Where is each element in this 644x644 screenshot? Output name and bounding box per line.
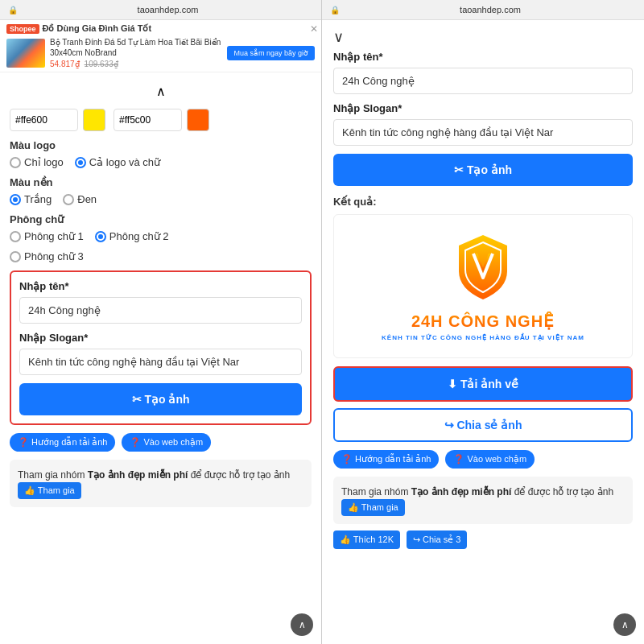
lock-icon: 🔒 (8, 6, 18, 14)
right-lock-icon: 🔒 (330, 6, 340, 14)
font-options-group: Phông chữ 1 Phông chữ 2 (10, 230, 312, 242)
ket-qua-label: Kết quả: (333, 196, 633, 208)
font2-label: Phông chữ 2 (109, 230, 169, 242)
logo-sub-text: KÊNH TIN TỨC CÔNG NGHỆ HÀNG ĐẦU TẠI VIỆT… (382, 334, 584, 341)
font3-option[interactable]: Phông chữ 3 (10, 250, 84, 262)
ad-title: Đồ Dùng Gia Đình Giá Tốt (43, 23, 152, 34)
chi-logo-label: Chỉ logo (24, 156, 64, 168)
nhap-ten-label: Nhập tên* (19, 280, 302, 292)
chi-logo-option[interactable]: Chỉ logo (10, 156, 64, 168)
help-buttons: ❓ Hướng dẫn tải ảnh ❓ Vào web chậm (10, 433, 312, 452)
community-text: Tham gia nhóm (18, 469, 88, 481)
color2-group: #ff5c00 (114, 109, 209, 131)
right-slogan-input[interactable]: Kênh tin tức công nghệ hàng đầu tại Việt… (333, 119, 633, 146)
right-nhap-ten-label: Nhập tên* (333, 51, 633, 63)
vao-web-button[interactable]: ❓ Vào web chậm (122, 433, 211, 452)
color1-input[interactable]: #ffe600 (10, 109, 78, 131)
ad-product-info: Bộ Tranh Đính Đá 5d Tự Làm Hoa Tiết Bãi … (50, 37, 222, 68)
ad-price-current: 54.817₫ (50, 60, 80, 68)
ten-input[interactable]: 24h Công nghệ (19, 297, 302, 324)
right-community-highlight: Tạo ảnh đẹp miễn phí (411, 486, 512, 497)
ca-logo-va-chu-radio[interactable] (75, 157, 86, 168)
slogan-input[interactable]: Kênh tin tức công nghệ hàng đầu tại Việt… (19, 349, 302, 375)
ad-product-image (6, 39, 45, 68)
right-help-buttons: ❓ Hướng dẫn tải ảnh ❓ Vào web chậm (333, 450, 633, 469)
color1-swatch[interactable] (83, 109, 105, 131)
font2-radio[interactable] (95, 231, 106, 242)
mau-logo-label: Màu logo (10, 139, 312, 151)
collapse-button[interactable]: ∧ (10, 80, 312, 102)
right-nhap-slogan-label: Nhập Slogan* (333, 102, 633, 114)
ad-product-name: Bộ Tranh Đính Đá 5d Tự Làm Hoa Tiết Bãi … (50, 37, 222, 58)
font2-option[interactable]: Phông chữ 2 (95, 230, 169, 242)
trang-option[interactable]: Trắng (10, 193, 52, 205)
ad-close-button[interactable]: ✕ (310, 23, 318, 35)
scroll-up-button[interactable]: ∧ (291, 613, 313, 636)
right-scroll-up-button[interactable]: ∧ (613, 613, 636, 636)
mau-nen-label: Màu nền (10, 176, 312, 188)
right-tao-anh-button[interactable]: ✂ Tạo ảnh (333, 154, 633, 186)
color2-input[interactable]: #ff5c00 (114, 109, 182, 131)
shopee-logo: Shopee (6, 24, 39, 34)
right-browser-url: taoanhdep.com (345, 5, 636, 14)
right-community-text: Tham gia nhóm (341, 486, 411, 497)
fb-join-button[interactable]: 👍 Tham gia (18, 482, 81, 499)
ca-logo-va-chu-option[interactable]: Cả logo và chữ (75, 156, 160, 168)
right-phone-panel: 🔒 taoanhdep.com ∨ Nhập tên* 24h Công ngh… (322, 0, 644, 644)
ad-price-old: 109.633₫ (85, 60, 118, 68)
logo-shield-svg (451, 231, 515, 303)
color2-swatch[interactable] (187, 109, 209, 131)
huong-dan-button[interactable]: ❓ Hướng dẫn tải ảnh (10, 433, 115, 452)
font1-radio[interactable] (10, 231, 21, 242)
font1-label: Phông chữ 1 (24, 230, 84, 242)
stats-row: 👍 Thích 12K ↪ Chia sẻ 3 (333, 530, 633, 549)
left-browser-bar: 🔒 taoanhdep.com (0, 0, 321, 20)
logo-options-group: Chỉ logo Cả logo và chữ (10, 156, 312, 168)
trang-radio[interactable] (10, 194, 21, 205)
community-highlight: Tạo ảnh đẹp miễn phí (88, 469, 188, 481)
right-panel-content: ∨ Nhập tên* 24h Công nghệ Nhập Slogan* K… (322, 20, 644, 644)
chevron-up-icon: ∧ (156, 84, 166, 99)
font1-option[interactable]: Phông chữ 1 (10, 230, 84, 242)
right-huong-dan-button[interactable]: ❓ Hướng dẫn tải ảnh (333, 450, 439, 469)
chia-se-button[interactable]: ↪ Chia sẻ ảnh (333, 408, 633, 442)
right-community-text2: để được hỗ trợ tạo ảnh (511, 486, 613, 497)
left-panel-content: ∧ #ffe600 #ff5c00 Màu logo Chỉ logo Cả l… (0, 72, 321, 644)
share-count-button[interactable]: ↪ Chia sẻ 3 (407, 530, 467, 549)
like-button[interactable]: 👍 Thích 12K (333, 530, 400, 549)
ad-buy-button[interactable]: Mua sắm ngay bây giờ (227, 46, 315, 60)
community-text2: để được hỗ trợ tạo ảnh (188, 469, 290, 481)
right-community-section: Tham gia nhóm Tạo ảnh đẹp miễn phí để đư… (333, 477, 633, 524)
tai-anh-button[interactable]: ⬇ Tải ảnh về (333, 366, 633, 402)
den-label: Đen (77, 193, 97, 205)
ca-logo-va-chu-label: Cả logo và chữ (89, 156, 160, 168)
font-options-group2: Phông chữ 3 (10, 250, 312, 262)
den-option[interactable]: Đen (63, 193, 97, 205)
font3-label: Phông chữ 3 (24, 250, 84, 262)
right-browser-bar: 🔒 taoanhdep.com (322, 0, 644, 20)
logo-preview: 24H CÔNG NGHỆ KÊNH TIN TỨC CÔNG NGHỆ HÀN… (333, 214, 633, 358)
tao-anh-button[interactable]: ✂ Tạo ảnh (19, 383, 302, 415)
nav-up-button[interactable]: ∨ (333, 28, 633, 46)
nhap-slogan-label: Nhập Slogan* (19, 332, 302, 344)
den-radio[interactable] (63, 194, 74, 205)
trang-label: Trắng (24, 193, 52, 205)
logo-main-text: 24H CÔNG NGHỆ (411, 312, 555, 331)
community-section: Tham gia nhóm Tạo ảnh đẹp miễn phí để đư… (10, 460, 312, 507)
ad-banner: Shopee Đồ Dùng Gia Đình Giá Tốt ✕ Bộ Tra… (0, 20, 321, 72)
left-phone-panel: 🔒 taoanhdep.com Shopee Đồ Dùng Gia Đình … (0, 0, 322, 644)
nen-options-group: Trắng Đen (10, 193, 312, 205)
right-vao-web-button[interactable]: ❓ Vào web chậm (445, 450, 535, 469)
right-fb-join-button[interactable]: 👍 Tham gia (341, 499, 405, 516)
phong-chu-label: Phông chữ (10, 213, 312, 225)
color1-group: #ffe600 (10, 109, 105, 131)
color-row: #ffe600 #ff5c00 (10, 109, 312, 131)
font3-radio[interactable] (10, 251, 21, 262)
highlighted-input-section: Nhập tên* 24h Công nghệ Nhập Slogan* Kên… (10, 270, 312, 425)
right-ten-input[interactable]: 24h Công nghệ (333, 68, 633, 94)
chi-logo-radio[interactable] (10, 157, 21, 168)
left-browser-url: taoanhdep.com (23, 5, 313, 14)
